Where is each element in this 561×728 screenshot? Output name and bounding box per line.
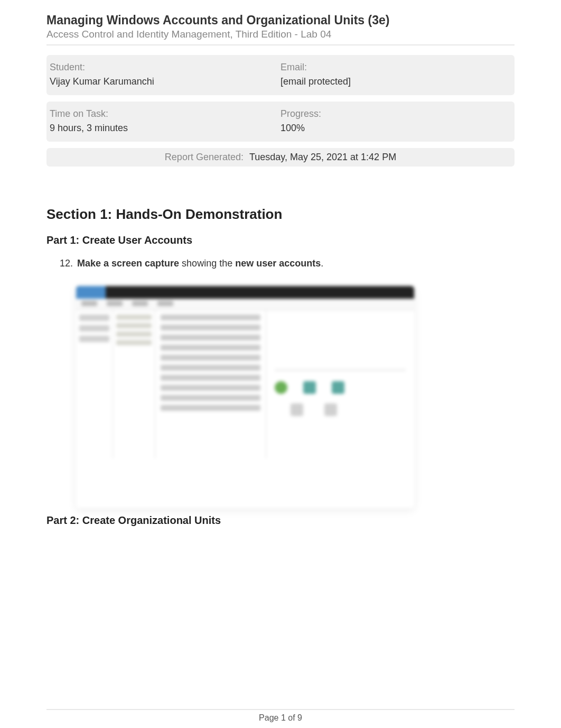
- student-value: Vijay Kumar Karumanchi: [50, 76, 280, 87]
- footer-page-text: Page 1 of 9: [0, 713, 561, 723]
- mock-icon-gray: [324, 403, 337, 416]
- mock-list-item: [161, 375, 260, 381]
- task-12-text: Make a screen capture showing the new us…: [77, 258, 515, 269]
- page-container: Managing Windows Accounts and Organizati…: [0, 0, 561, 527]
- mock-icon-green: [275, 381, 287, 394]
- header-divider: [46, 44, 515, 45]
- student-col: Student: Vijay Kumar Karumanchi: [50, 62, 280, 87]
- task-12-bold2: new user accounts: [235, 258, 321, 269]
- mock-list: [155, 310, 266, 458]
- progress-label: Progress:: [280, 108, 511, 119]
- mock-list-item: [161, 355, 260, 361]
- mock-tree: [113, 310, 155, 458]
- mock-list-item: [161, 315, 260, 320]
- mock-sidebar: [76, 310, 113, 458]
- time-progress-box: Time on Task: 9 hours, 3 minutes Progres…: [46, 102, 515, 142]
- mock-menu-item: [81, 301, 97, 306]
- mock-white-area: [76, 458, 414, 508]
- screenshot-container: [76, 286, 515, 508]
- student-label: Student:: [50, 62, 280, 73]
- mock-sidebar-item: [79, 325, 109, 331]
- mock-list-item: [161, 405, 260, 411]
- email-label: Email:: [280, 62, 511, 73]
- mock-list-item: [161, 395, 260, 401]
- mock-tree-item: [116, 323, 152, 328]
- report-generated-value: Tuesday, May 25, 2021 at 1:42 PM: [249, 152, 396, 162]
- report-generated-box: Report Generated: Tuesday, May 25, 2021 …: [46, 148, 515, 167]
- task-12-bold1: Make a screen capture: [77, 258, 179, 269]
- time-col: Time on Task: 9 hours, 3 minutes: [50, 108, 280, 134]
- task-12-mid: showing the: [179, 258, 235, 269]
- mock-menu-item: [132, 301, 148, 306]
- mock-tree-item: [116, 331, 152, 337]
- mock-tree-item: [116, 340, 152, 345]
- part-1-heading: Part 1: Create User Accounts: [46, 234, 515, 246]
- mock-icons-below: [291, 403, 406, 416]
- email-value: [email protected]: [280, 76, 511, 87]
- mock-sidebar-item: [79, 315, 109, 321]
- time-label: Time on Task:: [50, 108, 280, 119]
- mock-icons-row: [275, 381, 406, 394]
- mock-sidebar-item: [79, 336, 109, 342]
- task-12-end: .: [321, 258, 323, 269]
- report-generated-label: Report Generated:: [165, 152, 244, 162]
- mock-list-item: [161, 385, 260, 391]
- email-col: Email: [email protected]: [280, 62, 511, 87]
- mock-tree-item: [116, 315, 152, 320]
- mock-icon-teal: [332, 381, 344, 394]
- mock-menu-item: [107, 301, 123, 306]
- footer-divider: [46, 709, 515, 710]
- mock-icon-gray: [291, 403, 303, 416]
- mock-body: [76, 310, 414, 458]
- mock-icon-teal: [303, 381, 316, 394]
- time-value: 9 hours, 3 minutes: [50, 123, 280, 134]
- mock-titlebar: [76, 286, 414, 299]
- mock-menu-item: [157, 301, 173, 306]
- page-footer: Page 1 of 9: [0, 709, 561, 723]
- screenshot-mock-image: [76, 286, 414, 508]
- task-12-number: 12.: [58, 258, 77, 269]
- mock-list-item: [161, 335, 260, 340]
- mock-titlebar-left: [76, 286, 106, 299]
- task-12-row: 12. Make a screen capture showing the ne…: [46, 258, 515, 269]
- progress-value: 100%: [280, 123, 511, 134]
- mock-list-item: [161, 365, 260, 371]
- mock-menubar: [76, 299, 414, 310]
- mock-list-item: [161, 345, 260, 351]
- mock-list-item: [161, 325, 260, 330]
- section-1-heading: Section 1: Hands-On Demonstration: [46, 206, 515, 223]
- page-title: Managing Windows Accounts and Organizati…: [46, 13, 515, 27]
- mock-right-panel: [266, 310, 414, 458]
- student-email-box: Student: Vijay Kumar Karumanchi Email: […: [46, 55, 515, 95]
- part-2-heading: Part 2: Create Organizational Units: [46, 514, 515, 527]
- page-subtitle: Access Control and Identity Management, …: [46, 29, 515, 40]
- mock-right-divider: [275, 370, 406, 371]
- progress-col: Progress: 100%: [280, 108, 511, 134]
